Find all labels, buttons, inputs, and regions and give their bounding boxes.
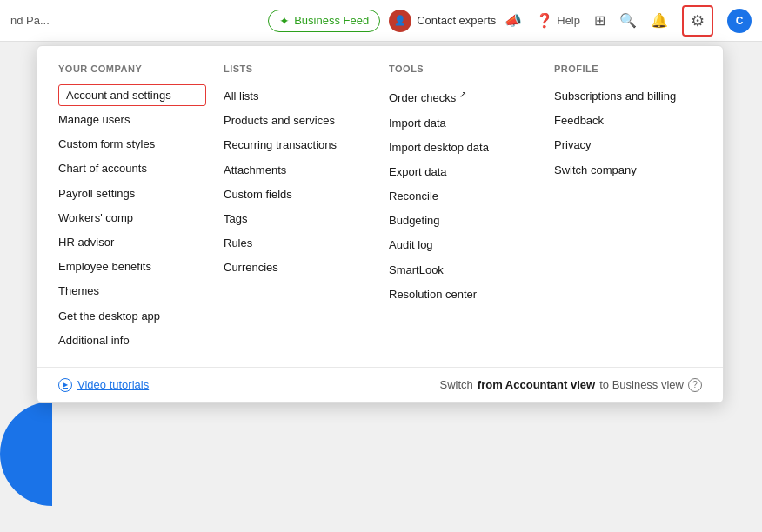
contact-experts-label: Contact experts: [417, 14, 496, 27]
your-company-header: YOUR COMPANY: [58, 63, 206, 74]
switch-suffix: to Business view: [599, 378, 684, 391]
order-checks-item[interactable]: Order checks ↗: [389, 84, 537, 111]
additional-info-item[interactable]: Additional info: [58, 329, 206, 353]
switch-view-text: Switch from Accountant view to Business …: [440, 378, 702, 392]
contact-avatar: 👤: [389, 10, 411, 32]
lists-column: LISTS All lists Products and services Re…: [224, 63, 389, 353]
budgeting-item[interactable]: Budgeting: [389, 209, 537, 233]
info-icon[interactable]: ?: [688, 378, 702, 392]
get-desktop-app-item[interactable]: Get the desktop app: [58, 304, 206, 329]
contact-experts-button[interactable]: 👤 Contact experts: [389, 10, 496, 32]
help-label: Help: [557, 14, 580, 27]
smartlook-item[interactable]: SmartLook: [389, 258, 537, 283]
workers-comp-item[interactable]: Workers' comp: [58, 206, 206, 230]
grid-icon[interactable]: ⊞: [594, 12, 605, 29]
bell-icon[interactable]: 🔔: [651, 12, 668, 29]
your-company-column: YOUR COMPANY Account and settings Manage…: [58, 63, 224, 353]
subscriptions-billing-item[interactable]: Subscriptions and billing: [554, 84, 702, 109]
user-avatar[interactable]: C: [727, 9, 752, 33]
switch-prefix: Switch: [440, 378, 473, 391]
dropdown-columns: YOUR COMPANY Account and settings Manage…: [37, 46, 723, 353]
tags-item[interactable]: Tags: [224, 207, 371, 231]
chart-of-accounts-item[interactable]: Chart of accounts: [58, 156, 206, 181]
external-link-icon: ↗: [459, 90, 466, 99]
app-bar-left-text: nd Pa...: [10, 14, 259, 27]
audit-log-item[interactable]: Audit log: [389, 233, 537, 257]
themes-item[interactable]: Themes: [58, 279, 206, 303]
manage-users-item[interactable]: Manage users: [58, 108, 206, 132]
nav-icons: 📣 ❓ Help ⊞ 🔍 🔔 ⚙ C: [505, 5, 752, 37]
business-feed-label: Business Feed: [294, 14, 369, 27]
rules-item[interactable]: Rules: [224, 231, 371, 256]
attachments-item[interactable]: Attachments: [224, 158, 371, 183]
all-lists-item[interactable]: All lists: [224, 84, 371, 109]
privacy-item[interactable]: Privacy: [554, 133, 702, 157]
custom-form-styles-item[interactable]: Custom form styles: [58, 132, 206, 156]
hr-advisor-item[interactable]: HR advisor: [58, 230, 206, 255]
tools-header: TOOLS: [389, 63, 537, 74]
account-and-settings-item[interactable]: Account and settings: [58, 84, 206, 106]
payroll-settings-item[interactable]: Payroll settings: [58, 182, 206, 206]
employee-benefits-item[interactable]: Employee benefits: [58, 255, 206, 279]
settings-dropdown: YOUR COMPANY Account and settings Manage…: [37, 45, 724, 403]
tools-column: TOOLS Order checks ↗ Import data Import …: [389, 63, 554, 353]
switch-company-item[interactable]: Switch company: [554, 158, 702, 183]
profile-header: PROFILE: [554, 63, 702, 74]
currencies-item[interactable]: Currencies: [224, 256, 371, 280]
megaphone-icon[interactable]: 📣: [505, 12, 522, 29]
switch-bold: from Accountant view: [478, 378, 595, 391]
export-data-item[interactable]: Export data: [389, 160, 537, 184]
donut-chart: [0, 402, 52, 506]
dropdown-footer: ▶ Video tutorials Switch from Accountant…: [37, 367, 723, 402]
video-tutorials-link[interactable]: ▶ Video tutorials: [58, 378, 149, 392]
help-circle: ❓: [536, 12, 553, 29]
products-services-item[interactable]: Products and services: [224, 109, 371, 133]
resolution-center-item[interactable]: Resolution center: [389, 283, 537, 307]
recurring-transactions-item[interactable]: Recurring transactions: [224, 133, 371, 157]
search-icon[interactable]: 🔍: [619, 12, 637, 29]
business-feed-button[interactable]: ✦ Business Feed: [268, 10, 380, 32]
settings-gear-button[interactable]: ⚙: [682, 5, 713, 37]
help-icon[interactable]: ❓ Help: [536, 12, 580, 29]
import-data-item[interactable]: Import data: [389, 111, 537, 136]
profile-column: PROFILE Subscriptions and billing Feedba…: [554, 63, 702, 353]
custom-fields-item[interactable]: Custom fields: [224, 183, 371, 207]
video-tutorials-label: Video tutorials: [77, 378, 149, 391]
app-bar: nd Pa... ✦ Business Feed 👤 Contact exper…: [0, 0, 762, 42]
reconcile-item[interactable]: Reconcile: [389, 184, 537, 209]
lists-header: LISTS: [224, 63, 371, 74]
feedback-item[interactable]: Feedback: [554, 109, 702, 133]
spark-icon: ✦: [279, 14, 290, 28]
import-desktop-data-item[interactable]: Import desktop data: [389, 136, 537, 160]
play-icon: ▶: [58, 378, 72, 392]
chart-decoration: [0, 402, 52, 506]
